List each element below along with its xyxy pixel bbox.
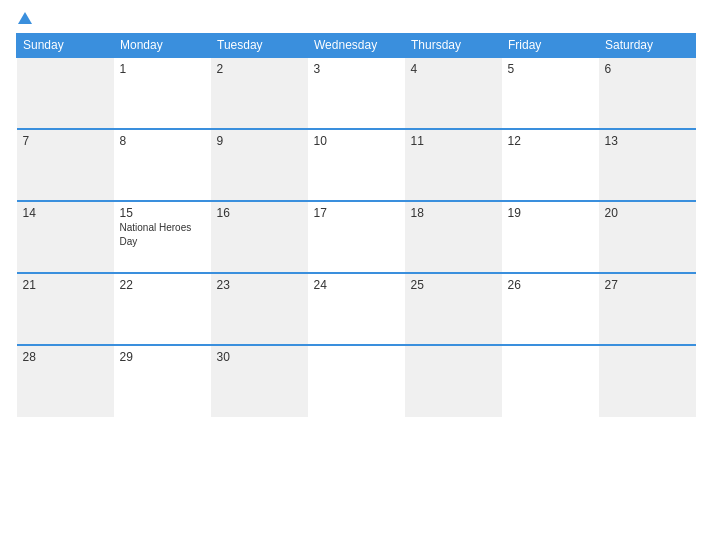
day-number: 10 xyxy=(314,134,399,148)
day-number: 30 xyxy=(217,350,302,364)
day-number: 24 xyxy=(314,278,399,292)
day-header-saturday: Saturday xyxy=(599,34,696,58)
calendar-cell xyxy=(502,345,599,417)
day-number: 28 xyxy=(23,350,108,364)
day-number: 2 xyxy=(217,62,302,76)
day-number: 23 xyxy=(217,278,302,292)
calendar-cell: 11 xyxy=(405,129,502,201)
day-header-wednesday: Wednesday xyxy=(308,34,405,58)
calendar-cell xyxy=(405,345,502,417)
day-number: 13 xyxy=(605,134,690,148)
calendar-cell: 24 xyxy=(308,273,405,345)
calendar-cell: 26 xyxy=(502,273,599,345)
calendar-cell: 15National Heroes Day xyxy=(114,201,211,273)
calendar-cell: 25 xyxy=(405,273,502,345)
calendar-cell: 21 xyxy=(17,273,114,345)
calendar-week-5: 282930 xyxy=(17,345,696,417)
day-number: 12 xyxy=(508,134,593,148)
calendar-cell: 12 xyxy=(502,129,599,201)
calendar-cell xyxy=(599,345,696,417)
calendar-cell: 3 xyxy=(308,57,405,129)
calendar-cell xyxy=(308,345,405,417)
event-label: National Heroes Day xyxy=(120,222,192,247)
day-number: 1 xyxy=(120,62,205,76)
page: SundayMondayTuesdayWednesdayThursdayFrid… xyxy=(0,0,712,550)
day-header-monday: Monday xyxy=(114,34,211,58)
days-of-week-row: SundayMondayTuesdayWednesdayThursdayFrid… xyxy=(17,34,696,58)
calendar-cell: 16 xyxy=(211,201,308,273)
calendar-cell xyxy=(17,57,114,129)
calendar-cell: 17 xyxy=(308,201,405,273)
day-number: 18 xyxy=(411,206,496,220)
calendar-week-2: 78910111213 xyxy=(17,129,696,201)
calendar-cell: 10 xyxy=(308,129,405,201)
day-number: 9 xyxy=(217,134,302,148)
day-number: 6 xyxy=(605,62,690,76)
day-number: 26 xyxy=(508,278,593,292)
calendar-cell: 2 xyxy=(211,57,308,129)
day-number: 19 xyxy=(508,206,593,220)
calendar-cell: 7 xyxy=(17,129,114,201)
header xyxy=(16,12,696,25)
calendar-cell: 28 xyxy=(17,345,114,417)
calendar-cell: 30 xyxy=(211,345,308,417)
logo-blue-text xyxy=(16,12,32,25)
calendar-week-4: 21222324252627 xyxy=(17,273,696,345)
day-header-sunday: Sunday xyxy=(17,34,114,58)
day-header-friday: Friday xyxy=(502,34,599,58)
calendar-cell: 6 xyxy=(599,57,696,129)
day-number: 3 xyxy=(314,62,399,76)
day-number: 25 xyxy=(411,278,496,292)
day-number: 11 xyxy=(411,134,496,148)
calendar-week-3: 1415National Heroes Day1617181920 xyxy=(17,201,696,273)
calendar-cell: 4 xyxy=(405,57,502,129)
calendar-body: 123456789101112131415National Heroes Day… xyxy=(17,57,696,417)
calendar-cell: 29 xyxy=(114,345,211,417)
day-number: 5 xyxy=(508,62,593,76)
day-number: 22 xyxy=(120,278,205,292)
day-number: 27 xyxy=(605,278,690,292)
calendar-cell: 27 xyxy=(599,273,696,345)
calendar-cell: 22 xyxy=(114,273,211,345)
calendar-cell: 18 xyxy=(405,201,502,273)
logo xyxy=(16,12,32,25)
day-number: 7 xyxy=(23,134,108,148)
calendar-cell: 5 xyxy=(502,57,599,129)
calendar-cell: 13 xyxy=(599,129,696,201)
day-number: 16 xyxy=(217,206,302,220)
day-number: 21 xyxy=(23,278,108,292)
calendar-cell: 8 xyxy=(114,129,211,201)
calendar-header: SundayMondayTuesdayWednesdayThursdayFrid… xyxy=(17,34,696,58)
day-header-tuesday: Tuesday xyxy=(211,34,308,58)
calendar-cell: 19 xyxy=(502,201,599,273)
calendar-cell: 20 xyxy=(599,201,696,273)
day-number: 4 xyxy=(411,62,496,76)
day-number: 14 xyxy=(23,206,108,220)
calendar-cell: 14 xyxy=(17,201,114,273)
day-number: 8 xyxy=(120,134,205,148)
day-number: 15 xyxy=(120,206,205,220)
calendar-week-1: 123456 xyxy=(17,57,696,129)
day-header-thursday: Thursday xyxy=(405,34,502,58)
calendar-grid: SundayMondayTuesdayWednesdayThursdayFrid… xyxy=(16,33,696,417)
calendar-cell: 23 xyxy=(211,273,308,345)
calendar-cell: 9 xyxy=(211,129,308,201)
day-number: 17 xyxy=(314,206,399,220)
logo-triangle-icon xyxy=(18,12,32,24)
calendar-cell: 1 xyxy=(114,57,211,129)
day-number: 29 xyxy=(120,350,205,364)
day-number: 20 xyxy=(605,206,690,220)
